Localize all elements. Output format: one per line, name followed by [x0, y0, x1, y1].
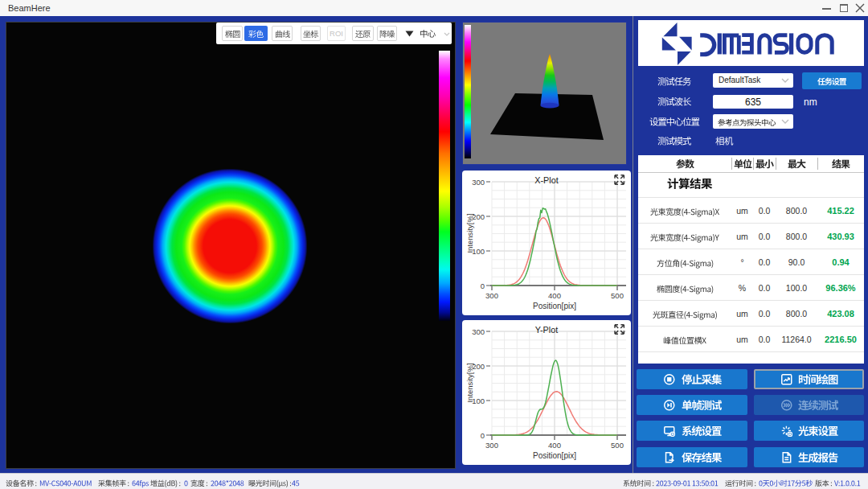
svg-text:300: 300 [472, 327, 485, 336]
svg-text:500: 500 [611, 441, 624, 450]
svg-text:0: 0 [481, 281, 485, 290]
svg-text:300: 300 [485, 441, 498, 450]
svg-text:Intensity[%]: Intensity[%] [465, 213, 474, 253]
svg-text:Intensity[%]: Intensity[%] [465, 363, 474, 402]
svg-text:0: 0 [481, 431, 485, 440]
svg-text:X-Plot: X-Plot [534, 175, 558, 185]
svg-text:Y-Plot: Y-Plot [535, 325, 558, 335]
svg-text:300: 300 [485, 291, 498, 300]
svg-text:400: 400 [548, 441, 561, 450]
svg-text:Position[pix]: Position[pix] [533, 302, 576, 310]
svg-text:500: 500 [611, 291, 624, 300]
svg-text:Position[pix]: Position[pix] [533, 451, 576, 460]
svg-text:300: 300 [472, 178, 485, 187]
svg-text:400: 400 [548, 291, 561, 300]
